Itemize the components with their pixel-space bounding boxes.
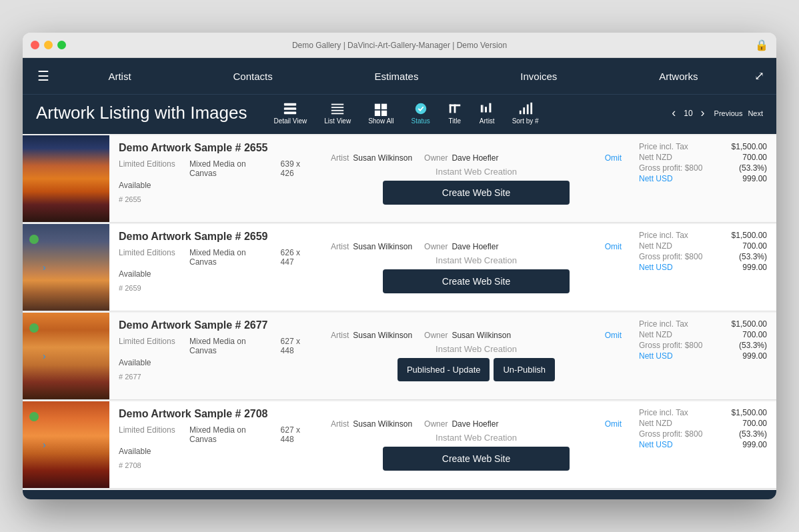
nav-estimates[interactable]: Estimates <box>364 65 430 87</box>
svg-rect-24 <box>530 103 532 114</box>
detail-view-btn[interactable]: Detail View <box>267 99 313 127</box>
type-value: Mixed Media on Canvas <box>189 159 270 178</box>
traffic-lights <box>31 41 66 49</box>
minimize-button[interactable] <box>44 41 53 49</box>
artwork-row: › Demo Artwork Sample # 2677 Limited Edi… <box>23 313 776 400</box>
next-btn[interactable]: › <box>698 103 708 123</box>
nett-usd-row: Nett USD 999.00 <box>639 263 767 272</box>
toolbar-right: ‹ 10 › Previous Next <box>669 103 763 123</box>
artist-filter-btn[interactable]: Artist <box>473 99 502 127</box>
svg-rect-5 <box>331 110 343 111</box>
nav-bar: ☰ Artist Contacts Estimates Invoices Art… <box>23 58 776 94</box>
create-website-btn[interactable]: Create Web Site <box>383 447 570 471</box>
nett-nzd-row: Nett NZD 700.00 <box>639 153 767 162</box>
artwork-info: Demo Artwork Sample # 2677 Limited Editi… <box>109 313 323 399</box>
gross-pct-value: (53.3%) <box>739 252 767 261</box>
close-button[interactable] <box>31 41 39 49</box>
toolbar: Artwork Listing with Images Detail View … <box>23 94 776 134</box>
status-dot <box>29 235 39 244</box>
nav-contacts[interactable]: Contacts <box>222 65 283 87</box>
artwork-num: # 2659 <box>119 284 313 292</box>
nav-invoices[interactable]: Invoices <box>510 65 568 87</box>
svg-rect-14 <box>454 105 456 113</box>
artwork-num: # 2677 <box>119 373 313 381</box>
omit-link[interactable]: Omit <box>605 419 622 429</box>
artwork-right: Price incl. Tax $1,500.00 Nett NZD 700.0… <box>630 401 776 488</box>
expand-arrow[interactable]: › <box>43 262 46 273</box>
artist-value: Susan Wilkinson <box>353 153 412 163</box>
artist-value: Susan Wilkinson <box>353 331 412 340</box>
omit-link[interactable]: Omit <box>605 331 622 340</box>
artwork-info: Demo Artwork Sample # 2659 Limited Editi… <box>109 224 323 311</box>
artwork-title: Demo Artwork Sample # 2677 <box>119 319 313 331</box>
expand-arrow[interactable]: › <box>43 439 46 450</box>
price-tax-row: Price incl. Tax $1,500.00 <box>639 142 767 151</box>
svg-rect-21 <box>519 111 521 115</box>
artist-label: Artist <box>331 419 349 429</box>
artwork-num: # 2708 <box>119 461 313 469</box>
maximize-button[interactable] <box>57 41 66 49</box>
owner-label: Owner <box>424 419 448 429</box>
nav-artist[interactable]: Artist <box>97 65 141 87</box>
nett-usd-label: Nett USD <box>639 351 673 361</box>
gross-profit-row: Gross profit: $800 (53.3%) <box>639 341 767 350</box>
price-tax-label: Price incl. Tax <box>639 231 688 240</box>
omit-link[interactable]: Omit <box>605 153 622 163</box>
svg-rect-22 <box>523 107 525 114</box>
hamburger-menu[interactable]: ☰ <box>29 68 57 84</box>
artwork-status: Available <box>119 358 313 367</box>
svg-rect-7 <box>375 104 380 109</box>
previous-btn[interactable]: ‹ <box>669 103 678 123</box>
artwork-status: Available <box>119 447 313 456</box>
gross-profit-label: Gross profit: $800 <box>639 341 702 350</box>
type-label: Limited Editions <box>119 159 179 178</box>
sortby-filter-btn[interactable]: Sort by # <box>506 99 546 127</box>
expand-arrow[interactable]: › <box>43 351 46 361</box>
bottom-strip <box>23 490 776 499</box>
web-creation-label: Instant Web Creation <box>436 255 517 265</box>
svg-rect-0 <box>284 103 296 106</box>
svg-rect-18 <box>486 107 486 112</box>
svg-rect-23 <box>526 105 528 115</box>
show-all-btn[interactable]: Show All <box>361 99 400 127</box>
gross-profit-label: Gross profit: $800 <box>639 252 702 261</box>
artwork-meta: Limited Editions Mixed Media on Canvas 6… <box>119 159 313 178</box>
svg-rect-15 <box>481 105 483 113</box>
list-view-btn[interactable]: List View <box>317 99 357 127</box>
nett-nzd-label: Nett NZD <box>639 153 672 162</box>
svg-rect-9 <box>375 111 380 116</box>
type-value: Mixed Media on Canvas <box>189 337 270 355</box>
title-filter-btn[interactable]: Title <box>441 99 469 127</box>
publish-buttons: Published - Update Un-Publish <box>397 358 555 381</box>
nett-usd-label: Nett USD <box>639 440 673 449</box>
nett-usd-value: 999.00 <box>742 263 767 272</box>
omit-link[interactable]: Omit <box>605 242 622 251</box>
gross-pct-value: (53.3%) <box>739 341 767 350</box>
price-tax-label: Price incl. Tax <box>639 142 688 151</box>
nett-usd-value: 999.00 <box>742 174 767 183</box>
published-update-btn[interactable]: Published - Update <box>397 358 490 381</box>
unpublish-btn[interactable]: Un-Publish <box>494 358 555 381</box>
web-creation-label: Instant Web Creation <box>436 167 517 177</box>
owner-value: Dave Hoefler <box>452 242 498 251</box>
create-website-btn[interactable]: Create Web Site <box>383 269 570 293</box>
artwork-center: Artist Susan Wilkinson Owner Susan Wilki… <box>323 313 630 399</box>
previous-label: Previous <box>714 109 743 117</box>
artwork-meta: Limited Editions Mixed Media on Canvas 6… <box>119 337 313 355</box>
artwork-title: Demo Artwork Sample # 2655 <box>119 142 313 154</box>
title-bar: Demo Gallery | DaVinci-Art-Gallery-Manag… <box>23 33 776 58</box>
page-title: Artwork Listing with Images <box>36 103 247 123</box>
owner-label: Owner <box>424 331 448 340</box>
dimensions: 639 x 426 <box>281 159 313 178</box>
page-size: 10 <box>684 109 692 118</box>
nett-nzd-value: 700.00 <box>742 330 767 339</box>
svg-rect-3 <box>331 104 343 105</box>
svg-point-11 <box>415 103 426 115</box>
svg-rect-1 <box>284 107 296 110</box>
nett-nzd-label: Nett NZD <box>639 419 672 428</box>
create-website-btn[interactable]: Create Web Site <box>383 181 570 205</box>
price-tax-value: $1,500.00 <box>732 231 767 240</box>
status-filter-btn[interactable]: Status <box>405 99 437 127</box>
expand-icon[interactable]: ⤢ <box>749 69 770 83</box>
nav-artworks[interactable]: Artworks <box>648 65 708 87</box>
